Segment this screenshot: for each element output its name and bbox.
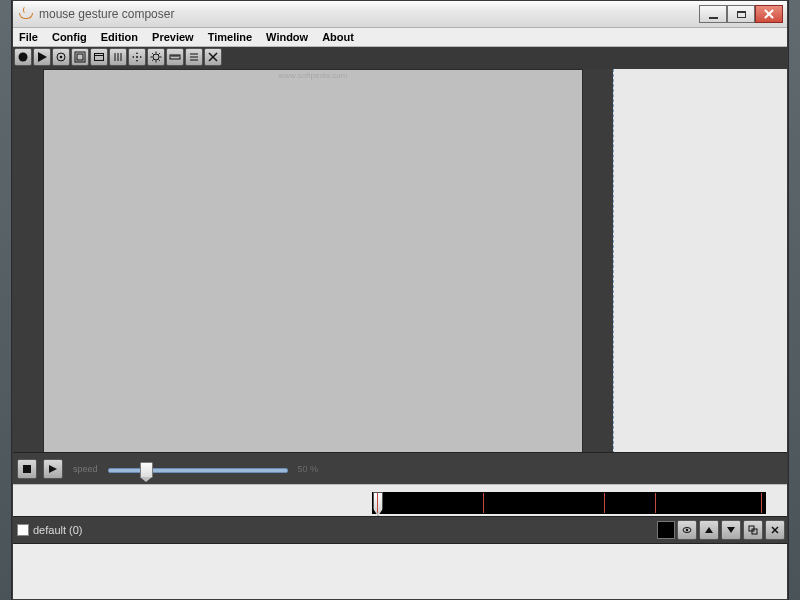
maximize-button[interactable] xyxy=(727,5,755,23)
canvas-panel: www.softpedia.com xyxy=(13,69,613,454)
svg-line-17 xyxy=(152,53,153,54)
layer-duplicate-button[interactable] xyxy=(743,520,763,540)
timeline-mark xyxy=(377,493,378,513)
app-window: mouse gesture composer File Config Editi… xyxy=(12,0,788,600)
svg-point-12 xyxy=(153,54,159,60)
menu-config[interactable]: Config xyxy=(52,31,87,43)
play-button[interactable] xyxy=(33,48,51,66)
titlebar[interactable]: mouse gesture composer xyxy=(13,1,787,28)
timeline-cursor[interactable] xyxy=(373,492,383,516)
stop-button[interactable] xyxy=(17,459,37,479)
ruler-button[interactable] xyxy=(166,48,184,66)
settings-button[interactable] xyxy=(147,48,165,66)
playback-button[interactable] xyxy=(43,459,63,479)
layer-swatch-icon xyxy=(17,524,29,536)
svg-marker-35 xyxy=(705,527,713,533)
desktop-area-right xyxy=(788,0,800,600)
timeline-mark xyxy=(655,493,656,513)
svg-point-11 xyxy=(136,56,138,58)
pan-button[interactable] xyxy=(128,48,146,66)
svg-rect-31 xyxy=(23,465,31,473)
menu-timeline[interactable]: Timeline xyxy=(208,31,252,43)
timeline-mark xyxy=(604,493,605,513)
gesture-canvas[interactable]: www.softpedia.com xyxy=(43,69,583,454)
java-icon xyxy=(17,6,33,22)
svg-point-0 xyxy=(19,53,28,62)
fullscreen-button[interactable] xyxy=(71,48,89,66)
menu-preview[interactable]: Preview xyxy=(152,31,194,43)
bottom-pane xyxy=(13,544,787,599)
layer-name-label: default (0) xyxy=(33,524,83,536)
desktop-area-left xyxy=(0,0,12,600)
svg-line-19 xyxy=(159,53,160,54)
speed-slider-track xyxy=(108,468,288,473)
timeline-clip[interactable] xyxy=(372,492,766,514)
menu-file[interactable]: File xyxy=(19,31,38,43)
svg-marker-32 xyxy=(49,465,57,473)
menu-edition[interactable]: Edition xyxy=(101,31,138,43)
target-button[interactable] xyxy=(52,48,70,66)
svg-rect-6 xyxy=(95,54,104,61)
window-title: mouse gesture composer xyxy=(39,7,699,21)
menubar: File Config Edition Preview Timeline Win… xyxy=(13,28,787,47)
speed-bar: speed 50 % xyxy=(13,452,787,486)
svg-point-3 xyxy=(60,56,63,59)
speed-label: speed xyxy=(73,464,98,474)
canvas-watermark: www.softpedia.com xyxy=(279,71,348,80)
speed-value: 50 % xyxy=(298,464,319,474)
right-sidebar[interactable] xyxy=(613,69,787,454)
layer-bar: default (0) xyxy=(13,516,787,544)
list-button[interactable] xyxy=(185,48,203,66)
timeline-mark xyxy=(483,493,484,513)
clear-button[interactable] xyxy=(204,48,222,66)
close-button[interactable] xyxy=(755,5,783,23)
menu-window[interactable]: Window xyxy=(266,31,308,43)
layer-delete-button[interactable] xyxy=(765,520,785,540)
timeline-mark xyxy=(761,493,762,513)
speed-slider[interactable] xyxy=(108,462,288,476)
record-button[interactable] xyxy=(14,48,32,66)
window-controls xyxy=(699,5,783,23)
svg-marker-36 xyxy=(727,527,735,533)
layer-entry[interactable]: default (0) xyxy=(15,524,167,536)
layer-down-button[interactable] xyxy=(721,520,741,540)
columns-button[interactable] xyxy=(109,48,127,66)
svg-marker-1 xyxy=(38,52,47,62)
menu-about[interactable]: About xyxy=(322,31,354,43)
svg-rect-5 xyxy=(77,54,83,60)
speed-slider-thumb[interactable] xyxy=(140,462,153,478)
layer-up-button[interactable] xyxy=(699,520,719,540)
layer-color-button[interactable] xyxy=(657,521,675,539)
minimize-button[interactable] xyxy=(699,5,727,23)
svg-point-34 xyxy=(686,529,688,531)
content-area: www.softpedia.com speed 50 % xyxy=(13,47,787,599)
svg-line-20 xyxy=(152,60,153,61)
main-split: www.softpedia.com xyxy=(13,69,787,454)
frame-button[interactable] xyxy=(90,48,108,66)
svg-line-18 xyxy=(159,60,160,61)
layer-visibility-button[interactable] xyxy=(677,520,697,540)
